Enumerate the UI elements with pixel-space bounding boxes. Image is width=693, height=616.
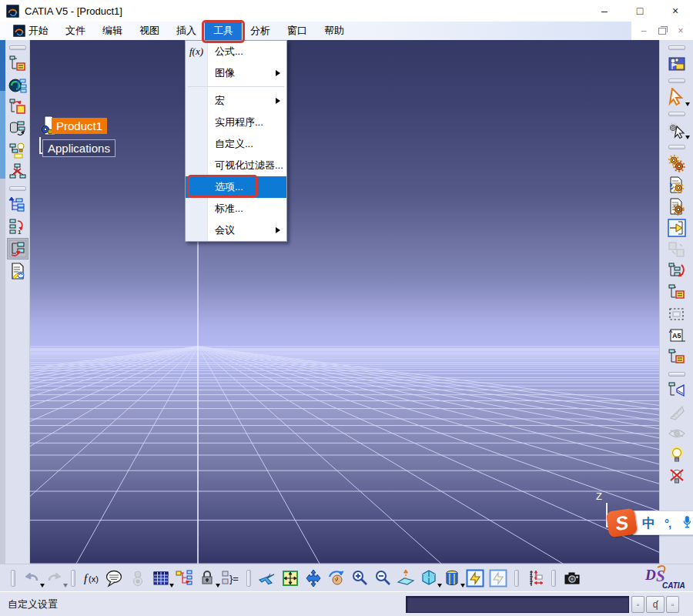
mdi-restore-button[interactable] <box>654 25 670 37</box>
tree-announce-icon[interactable] <box>667 380 687 400</box>
mdi-close-button[interactable]: × <box>673 25 688 37</box>
menu-item-visualization-filters[interactable]: 可视化过滤器... <box>186 155 286 176</box>
mdi-minimize-button[interactable]: – <box>636 25 651 37</box>
undo-icon[interactable] <box>22 568 42 588</box>
fly-mode-icon[interactable] <box>257 568 277 588</box>
menu-item-customize[interactable]: 自定义... <box>186 133 286 155</box>
dropdown-arrow-icon[interactable] <box>685 136 690 139</box>
manage-representations-icon[interactable] <box>8 261 28 281</box>
swap-visible-space-icon[interactable] <box>488 568 508 588</box>
tree-node-product1[interactable]: Product1 <box>52 118 107 134</box>
generate-numbering-icon[interactable]: 1 <box>8 216 28 236</box>
toolbar-handle[interactable] <box>668 145 685 149</box>
viewport-3d[interactable]: Product1 Applications Z <box>29 40 659 564</box>
formula-icon[interactable]: f(x) <box>82 568 102 588</box>
design-table-icon[interactable] <box>151 568 171 588</box>
menu-view[interactable]: 视图 <box>131 22 168 40</box>
eye-disabled-icon[interactable] <box>667 424 687 444</box>
measure-icon[interactable] <box>525 568 545 588</box>
ime-language-toggle[interactable]: 中 <box>642 514 655 532</box>
sogou-logo[interactable]: S <box>606 508 638 538</box>
multi-instantiation-icon[interactable] <box>8 119 28 139</box>
menu-item-conferencing[interactable]: 会议 <box>186 219 286 241</box>
toolbar-handle[interactable] <box>668 79 685 83</box>
rotate-icon[interactable] <box>326 568 346 588</box>
minimize-button[interactable]: – <box>587 0 622 22</box>
zoom-out-icon[interactable] <box>373 568 393 588</box>
menu-item-options[interactable]: 选项... <box>186 176 286 198</box>
toolbar-handle[interactable] <box>668 45 685 50</box>
import-document-icon[interactable] <box>667 218 687 238</box>
selective-load-icon[interactable] <box>7 238 28 259</box>
zoom-in-icon[interactable] <box>350 568 370 588</box>
microphone-icon[interactable] <box>680 515 693 531</box>
power-input-field[interactable] <box>406 596 629 613</box>
workbench-icon[interactable] <box>667 54 687 74</box>
menu-item-formula[interactable]: f(x)公式... <box>186 41 286 62</box>
tree-component-2-icon[interactable] <box>667 347 687 367</box>
camera-icon[interactable] <box>562 568 582 588</box>
toolbar-handle[interactable] <box>9 45 26 50</box>
existing-component-icon[interactable] <box>8 140 28 160</box>
close-button[interactable]: × <box>658 0 693 22</box>
quick-select-icon[interactable] <box>667 120 687 140</box>
update-gears-icon[interactable] <box>667 153 687 173</box>
menu-edit[interactable]: 编辑 <box>94 22 131 40</box>
ruler-disabled-icon[interactable] <box>667 402 687 422</box>
ime-punctuation-icon[interactable]: °, <box>665 517 671 530</box>
toolbar-handle[interactable] <box>668 112 685 116</box>
toolbar-handle[interactable] <box>11 570 15 587</box>
menu-start[interactable]: 开始 <box>0 22 57 40</box>
menu-insert[interactable]: 插入 <box>168 22 205 40</box>
toolbar-handle[interactable] <box>71 570 75 587</box>
status-question-button[interactable]: ʠ <box>646 596 665 613</box>
menu-window[interactable]: 窗口 <box>279 22 316 40</box>
tree-undo-icon[interactable] <box>667 261 687 281</box>
toolbar-handle[interactable] <box>668 372 685 377</box>
select-arrow-icon[interactable] <box>667 87 687 107</box>
menu-file[interactable]: 文件 <box>57 22 94 40</box>
hide-show-icon[interactable] <box>465 568 485 588</box>
menu-item-standards[interactable]: 标准... <box>186 198 286 219</box>
toolbar-handle[interactable] <box>551 570 556 587</box>
paste-disabled-icon[interactable] <box>667 239 687 259</box>
dropdown-arrow-icon[interactable] <box>63 584 68 588</box>
document-gear-brown-icon[interactable] <box>667 196 687 216</box>
toolbar-handle[interactable] <box>514 570 519 587</box>
menu-help[interactable]: 帮助 <box>316 22 353 40</box>
light-off-icon[interactable] <box>667 467 687 487</box>
knob-disabled-icon[interactable] <box>128 568 148 588</box>
menu-item-macro[interactable]: 宏 <box>186 90 286 112</box>
menu-item-image[interactable]: 图像 <box>186 62 286 84</box>
toolbar-handle[interactable] <box>9 186 26 191</box>
maximize-button[interactable]: □ <box>622 0 658 22</box>
lock-icon[interactable] <box>197 568 217 588</box>
menu-analyze[interactable]: 分析 <box>242 22 279 40</box>
pan-icon[interactable] <box>303 568 323 588</box>
new-component-icon[interactable] <box>8 54 28 74</box>
status-mini-button-2[interactable]: ▫ <box>666 596 679 613</box>
render-style-icon[interactable] <box>442 568 462 588</box>
dropdown-arrow-icon[interactable] <box>685 102 690 106</box>
light-on-icon[interactable] <box>667 445 687 465</box>
menu-tools[interactable]: 工具 <box>205 22 242 40</box>
redo-icon[interactable] <box>45 568 65 588</box>
iso-view-icon[interactable] <box>419 568 439 588</box>
fit-all-in-icon[interactable] <box>280 568 300 588</box>
new-product-icon[interactable] <box>8 75 28 95</box>
tree-node-applications[interactable]: Applications <box>42 139 116 157</box>
text-with-leader-icon[interactable]: A5 <box>667 326 687 346</box>
new-part-icon[interactable] <box>8 97 28 117</box>
chat-icon[interactable] <box>105 568 125 588</box>
document-gear-blue-icon[interactable] <box>667 175 687 195</box>
selection-box-icon[interactable] <box>667 304 687 324</box>
instantiate-template-icon[interactable] <box>174 568 194 588</box>
graph-tree-reordering-icon[interactable] <box>8 195 28 215</box>
normal-view-icon[interactable] <box>396 568 416 588</box>
menu-item-utility[interactable]: 实用程序... <box>186 112 286 133</box>
toolbar-handle[interactable] <box>246 570 251 587</box>
replace-component-icon[interactable] <box>8 162 28 182</box>
equivalent-dimensions-icon[interactable]: }= <box>220 568 240 588</box>
status-mini-button[interactable]: ▫ <box>631 596 644 613</box>
tree-yellow-component-icon[interactable] <box>667 283 687 303</box>
